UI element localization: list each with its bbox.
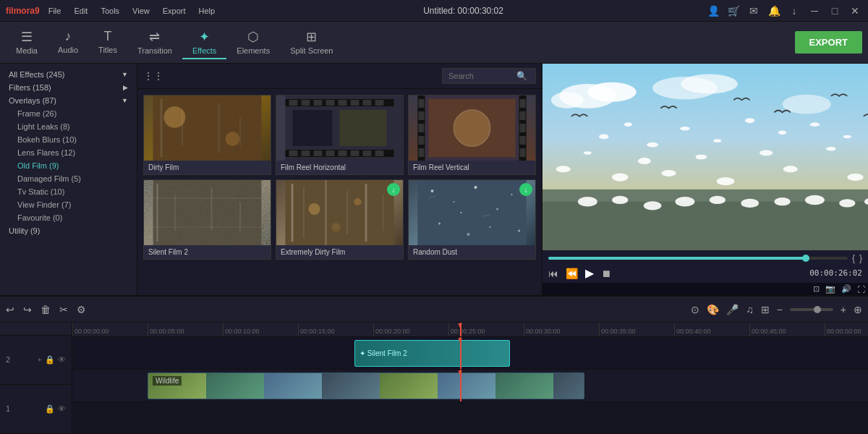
search-input[interactable] [448,72,514,80]
effect-film-reel-h-thumb [276,95,403,161]
user-icon[interactable]: 👤 [706,4,720,18]
ruler-mark-50: 00:00:50:00 [825,323,868,336]
redo-button[interactable]: ↪ [23,304,32,315]
bracket-out-icon[interactable]: } [859,253,862,263]
effect-silent-film-2[interactable]: Silent Film 2 [143,179,271,260]
cart-icon[interactable]: 🛒 [726,4,741,18]
toolbar-split-screen[interactable]: ⊞ Split Screen [280,26,343,59]
wildlife-thumb-2 [206,373,264,399]
sidebar-damaged-film[interactable]: Damaged Film (5) [0,172,137,185]
mosaic-icon[interactable]: ⊞ [761,304,770,315]
cut-button[interactable]: ✂ [59,304,68,315]
menu-view[interactable]: View [127,5,156,17]
bracket-in-icon[interactable]: { [852,253,855,263]
playhead[interactable] [460,323,461,336]
play-button[interactable]: ▶ [585,266,594,280]
sidebar-favourite[interactable]: Favourite (0) [0,211,137,224]
volume-icon[interactable]: 🔊 [841,284,851,294]
step-back-button[interactable]: ⏪ [566,268,578,279]
app-logo: filmora9 [6,6,40,16]
sidebar-filters[interactable]: Filters (158) ▶ [0,81,137,94]
menu-export[interactable]: Export [157,5,192,17]
close-button[interactable]: ✕ [848,4,862,18]
effect-random-dust[interactable]: ↓ Random Dust [408,179,536,260]
bell-icon[interactable]: 🔔 [767,4,781,18]
sidebar-tv-static[interactable]: Tv Static (10) [0,185,137,198]
effect-film-reel-h[interactable]: Film Reel Horizontal [276,95,404,175]
add-track-icon[interactable]: ⊕ [854,304,862,315]
sidebar-utility[interactable]: Utility (9) [0,224,137,237]
menu-edit[interactable]: Edit [68,5,93,17]
svg-rect-21 [326,150,335,156]
effect-extremely-dirty-film[interactable]: ↓ Extremely Dirty Film [276,179,404,260]
delete-button[interactable]: 🗑 [41,304,51,315]
playhead-effects [460,337,461,369]
pip-icon[interactable]: ⊡ [813,284,820,294]
track-2-add-icon[interactable]: + [38,355,42,365]
undo-button[interactable]: ↩ [6,304,14,315]
sidebar-bokeh-blurs[interactable]: Bokeh Blurs (10) [0,133,137,146]
svg-rect-45 [157,184,158,242]
zoom-slider[interactable] [790,308,833,311]
toolbar-elements[interactable]: ⬡ Elements [226,26,280,59]
svg-point-89 [680,127,689,131]
svg-rect-33 [419,124,425,132]
track-motion-icon[interactable]: ⊙ [691,304,699,315]
preview-video [542,64,868,250]
svg-rect-24 [363,150,372,156]
zoom-out-icon[interactable]: − [777,304,783,315]
sidebar-overlays-label: Overlays (87) [9,96,56,105]
svg-point-105 [578,197,597,206]
track-1-eye-icon[interactable]: 👁 [58,404,66,414]
adjust-button[interactable]: ⚙ [77,304,86,315]
toolbar-media[interactable]: ☰ Media [6,26,48,59]
effects-clip[interactable]: ✦ Silent Film 2 [354,340,510,367]
zoom-in-icon[interactable]: + [841,304,846,315]
toolbar-audio[interactable]: ♪ Audio [48,26,88,59]
sidebar-overlays[interactable]: Overlays (87) ▼ [0,94,137,107]
menu-file[interactable]: File [43,5,67,17]
svg-point-59 [309,203,320,215]
svg-rect-23 [351,150,359,156]
skip-back-button[interactable]: ⏮ [548,268,558,279]
toolbar-titles[interactable]: T Titles [88,26,127,59]
grid-view-icon[interactable]: ⋮⋮ [143,70,163,82]
sidebar-old-film[interactable]: Old Film (9) [0,159,137,172]
stop-button[interactable]: ⏹ [601,268,611,279]
maximize-button[interactable]: □ [827,4,842,18]
sidebar-frame[interactable]: Frame (26) [0,107,137,120]
sidebar-all-effects[interactable]: All Effects (245) ▼ [0,68,137,81]
video-clip[interactable]: Wildlife [148,373,584,399]
snapshot-icon[interactable]: 📷 [825,284,835,294]
export-button[interactable]: EXPORT [795,31,862,54]
color-match-icon[interactable]: 🎨 [707,304,719,315]
voice-over-icon[interactable]: 🎤 [726,304,739,315]
playback-controls: ⏮ ⏪ ▶ ⏹ 00:00:26:02 [548,266,862,280]
minimize-button[interactable]: ─ [807,4,822,18]
svg-rect-22 [339,150,347,156]
progress-track[interactable] [548,257,848,260]
effect-extremely-dirty-film-label: Extremely Dirty Film [276,245,403,259]
svg-rect-57 [365,184,367,242]
sidebar-view-finder[interactable]: View Finder (7) [0,198,137,211]
svg-point-97 [760,150,773,156]
search-box: 🔍 [442,68,536,84]
menu-help[interactable]: Help [193,5,221,17]
fullscreen-icon[interactable]: ⛶ [857,285,865,294]
download-icon[interactable]: ↓ [787,4,801,18]
ruler-mark-20: 00:00:20:00 [373,323,448,336]
menu-tools[interactable]: Tools [95,5,125,17]
toolbar-transition[interactable]: ⇌ Transition [127,26,182,59]
effect-film-reel-v[interactable]: Film Reel Vertical [408,95,536,175]
toolbar-effects[interactable]: ✦ Effects [182,26,226,59]
toolbar-media-label: Media [16,46,38,55]
sidebar-light-leaks[interactable]: Light Leaks (8) [0,120,137,133]
mail-icon[interactable]: ✉ [746,4,761,18]
svg-point-111 [774,197,790,205]
track-2-eye-icon[interactable]: 👁 [58,355,66,365]
effect-dirty-film[interactable]: Dirty Film [143,95,271,175]
track-2-lock-icon[interactable]: 🔒 [45,355,55,365]
track-1-lock-icon[interactable]: 🔒 [45,404,55,414]
audio-detach-icon[interactable]: ♫ [746,304,754,315]
sidebar-lens-flares[interactable]: Lens Flares (12) [0,146,137,159]
